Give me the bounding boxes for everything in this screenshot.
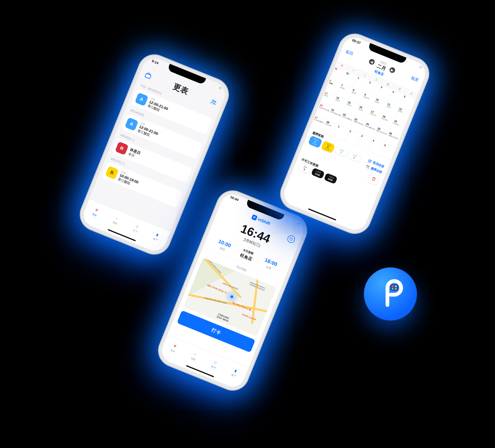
phone-calendar: 00:37 􀙇 􀛨 返回 ◀ 2022 二月 ▶ 報更 旺角店 日一二三四五六3… — [281, 34, 429, 233]
sun-icon: ☀︎ — [192, 351, 199, 358]
team-icon[interactable] — [209, 98, 218, 106]
report-button[interactable]: 報更 — [410, 75, 419, 83]
app-icon — [364, 267, 417, 320]
shift-badge: A — [135, 92, 149, 106]
user-icon: 👤 — [232, 367, 239, 374]
grid-x-icon — [368, 159, 372, 164]
briefcase-icon — [144, 71, 153, 80]
back-button[interactable]: 返回 — [345, 49, 354, 57]
svg-rect-8 — [366, 167, 367, 168]
svg-rect-3 — [369, 159, 370, 161]
shift-col: 今日更期 旺角店 — [233, 245, 261, 264]
phone-schedule: 9:14 􀙇 􀛨 更表 今日 · 9月18日(六)A 這週 12:00-21:0… — [80, 55, 229, 254]
svg-rect-9 — [367, 167, 369, 169]
calendar-icon: 📅 — [93, 207, 100, 214]
svg-point-11 — [392, 285, 393, 287]
map-poi-label: Maryknoll Fathers' Catholic Cemetery — [249, 282, 270, 293]
brand-logo-icon: P — [251, 214, 258, 221]
svg-rect-6 — [367, 165, 368, 166]
svg-point-13 — [392, 288, 393, 289]
app-logo-icon — [375, 278, 406, 310]
svg-point-14 — [395, 288, 397, 289]
svg-point-2 — [214, 101, 216, 103]
grid-icon — [365, 164, 370, 169]
clock-icon: 🕘 — [133, 223, 141, 230]
trash-icon — [371, 176, 377, 182]
map-district: CHEUNG SHA WAN — [216, 313, 230, 323]
map-road-label: CHEUNG SHA WAN ROAD — [204, 297, 227, 304]
history-icon — [289, 237, 294, 242]
shift-badge: A — [125, 117, 138, 131]
svg-point-12 — [395, 285, 397, 287]
next-month-button[interactable]: ▶ — [389, 66, 396, 73]
status-indicators: 􀙇 􀛨 — [419, 65, 422, 70]
tab-bar: 📅 更表 ☀︎ 假期 🕘 打卡 👤 帳戶 — [80, 199, 170, 254]
start-col: 10:00 開始 — [210, 236, 237, 256]
svg-rect-7 — [368, 166, 370, 167]
status-indicators: 􀙇 􀛨 — [297, 222, 300, 226]
end-col: 18:00 結束 — [257, 255, 284, 274]
status-indicators: 􀙇 􀛨 — [218, 86, 222, 90]
sun-icon: ☀︎ — [113, 215, 121, 222]
svg-point-1 — [212, 100, 214, 102]
calendar-icon: 📅 — [171, 343, 179, 349]
shift-badge: B — [105, 166, 119, 179]
shift-badge: R — [115, 141, 129, 155]
phone-clockin: 16:44 􀙇 􀛨 P inShift 16:44 2月9日(三) 10:00 … — [158, 191, 307, 390]
svg-rect-5 — [368, 161, 370, 162]
svg-rect-10 — [390, 284, 398, 291]
svg-rect-4 — [370, 160, 372, 161]
map-street-label: KING LAM STREET — [222, 282, 239, 290]
clock-icon: 🕘 — [212, 359, 219, 366]
prev-month-button[interactable]: ◀ — [368, 58, 375, 65]
user-icon: 👤 — [154, 231, 161, 238]
